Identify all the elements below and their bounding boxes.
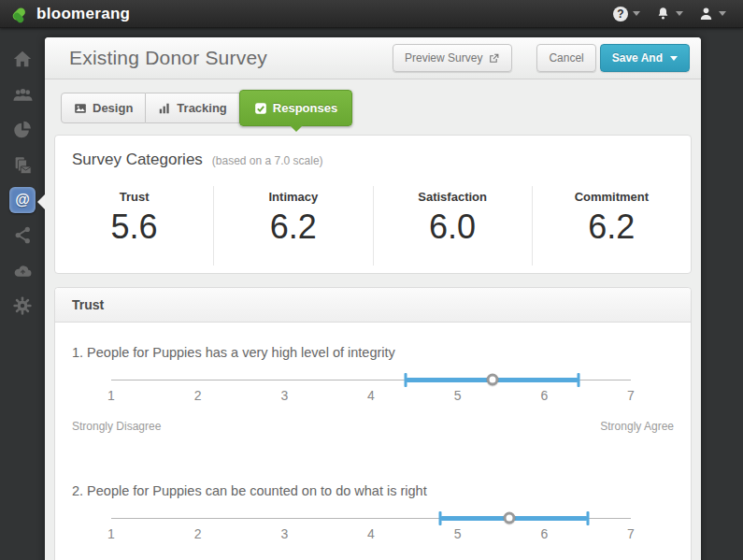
page-title: Existing Donor Survey [69, 47, 267, 69]
category-intimacy: Intimacy 6.2 [213, 186, 372, 266]
category-score: 6.2 [533, 208, 691, 247]
scale-tick: 6 [540, 526, 548, 541]
help-menu[interactable]: ? [613, 7, 640, 22]
checkbox-icon [254, 102, 267, 115]
preview-survey-button[interactable]: Preview Survey [393, 44, 512, 72]
chevron-down-icon [719, 11, 726, 16]
scale-tick: 5 [454, 388, 462, 403]
scale-tick: 2 [194, 526, 202, 541]
scale-tick: 5 [454, 526, 462, 541]
top-bar: bloomerang ? [0, 0, 743, 28]
cancel-button[interactable]: Cancel [536, 44, 595, 72]
scale-tick: 2 [194, 388, 202, 403]
categories-subtitle: (based on a 7.0 scale) [212, 154, 323, 167]
chevron-down-icon [670, 56, 678, 61]
sidebar-item-sync[interactable] [7, 256, 38, 284]
bloomerang-logo-icon [9, 4, 30, 24]
sidebar-item-constituents[interactable] [7, 80, 38, 108]
sidebar-item-home[interactable] [7, 45, 38, 73]
bar-chart-icon [158, 102, 171, 115]
save-and-button[interactable]: Save And [600, 44, 690, 72]
active-section-pointer [37, 194, 45, 209]
sidebar-item-share[interactable] [7, 221, 38, 249]
category-trust: Trust 5.6 [55, 186, 213, 266]
range-high-cap [578, 373, 580, 387]
scale-tick: 1 [107, 526, 115, 541]
categories-title: Survey Categories [72, 151, 203, 169]
scale-right-label: Strongly Agree [600, 420, 674, 433]
category-label: Trust [55, 190, 213, 204]
question-text: 2. People for Puppies can be counted on … [72, 483, 674, 498]
response-scale: 1234567 [111, 506, 631, 545]
category-score: 6.2 [214, 208, 372, 247]
survey-categories-panel: Survey Categories (based on a 7.0 scale)… [54, 135, 692, 274]
chevron-down-icon [676, 11, 683, 16]
documents-icon [12, 155, 33, 176]
preview-survey-label: Preview Survey [405, 51, 482, 65]
range-high-cap [586, 511, 589, 525]
tab-bar: Design Tracking Responses [61, 93, 701, 123]
category-label: Intimacy [214, 190, 372, 204]
category-label: Satisfaction [374, 190, 532, 204]
question-text: 1. People for Puppies has a very high le… [72, 345, 674, 360]
people-icon [12, 84, 34, 106]
sidebar: @ [0, 28, 45, 560]
tab-responses[interactable]: Responses [239, 90, 352, 126]
response-scale: 1234567 [111, 367, 631, 407]
home-icon [12, 49, 33, 69]
bell-icon [655, 6, 671, 22]
mean-marker[interactable] [504, 512, 516, 524]
mean-marker[interactable] [486, 374, 498, 386]
sidebar-item-email[interactable]: @ [9, 187, 36, 213]
sidebar-item-letters[interactable] [7, 151, 38, 179]
scale-tick: 4 [367, 526, 375, 541]
scale-tick: 3 [280, 388, 288, 403]
at-sign-icon: @ [15, 192, 30, 208]
tab-responses-label: Responses [273, 101, 337, 115]
category-label: Commitment [533, 190, 691, 204]
share-icon [13, 225, 33, 245]
tab-tracking-label: Tracking [177, 101, 226, 115]
categories-row: Trust 5.6 Intimacy 6.2 Satisfaction 6.0 … [55, 173, 691, 273]
sidebar-item-settings[interactable] [7, 292, 38, 320]
image-icon [74, 102, 87, 115]
tab-tracking[interactable]: Tracking [146, 93, 239, 123]
external-link-icon [488, 52, 500, 65]
scale-tick: 7 [627, 526, 635, 541]
section-title: Trust [55, 288, 691, 323]
scale-left-label: Strongly Disagree [72, 420, 161, 433]
tab-design-label: Design [93, 101, 133, 115]
pie-chart-icon [12, 120, 33, 140]
scale-tick: 3 [280, 526, 288, 541]
chevron-down-icon [633, 11, 640, 16]
gear-icon [12, 295, 33, 316]
brand[interactable]: bloomerang [9, 4, 130, 24]
category-commitment: Commitment 6.2 [532, 186, 691, 266]
tab-design[interactable]: Design [61, 93, 146, 123]
brand-name: bloomerang [36, 5, 130, 23]
scale-tick: 6 [540, 388, 548, 403]
cloud-icon [12, 260, 34, 281]
sidebar-item-reports[interactable] [7, 116, 38, 144]
range-low-cap [405, 373, 407, 387]
scale-tick: 1 [107, 388, 115, 403]
category-score: 5.6 [55, 208, 213, 247]
scale-tick: 7 [627, 388, 635, 403]
help-icon: ? [613, 7, 628, 22]
main-card: Existing Donor Survey Preview Survey Can… [45, 37, 701, 560]
scale-tick: 4 [367, 388, 375, 403]
save-and-label: Save And [612, 51, 663, 65]
user-icon [698, 6, 714, 22]
range-low-cap [439, 511, 442, 525]
question-1: 1. People for Puppies has a very high le… [55, 323, 691, 433]
user-menu[interactable] [698, 6, 726, 22]
question-2: 2. People for Puppies can be counted on … [55, 461, 691, 560]
page-header: Existing Donor Survey Preview Survey Can… [45, 37, 701, 79]
trust-section-panel: Trust 1. People for Puppies has a very h… [54, 287, 692, 560]
category-score: 6.0 [374, 208, 532, 247]
category-satisfaction: Satisfaction 6.0 [373, 186, 532, 266]
notifications-menu[interactable] [655, 6, 683, 22]
